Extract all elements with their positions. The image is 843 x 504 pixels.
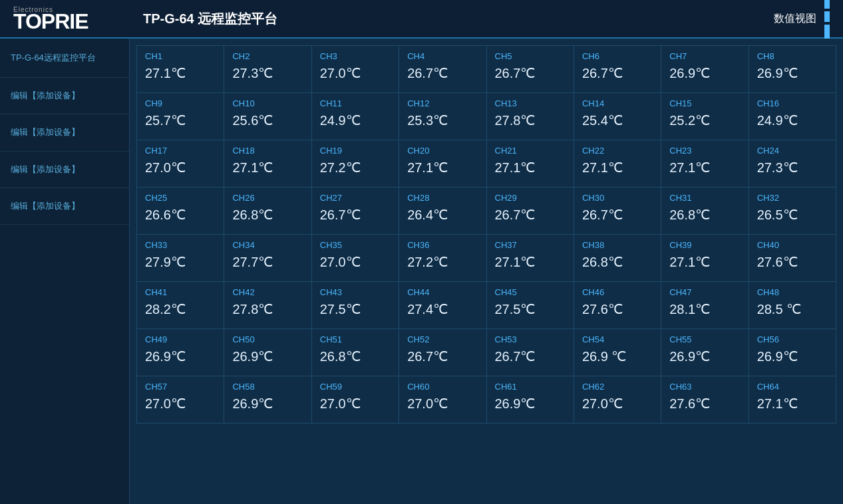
channel-cell-ch47[interactable]: CH47 28.1℃ xyxy=(661,282,749,329)
sidebar-item-main-device[interactable]: TP-G-64远程监控平台 xyxy=(0,39,129,78)
sidebar-item-add1[interactable]: 编辑【添加设备】 xyxy=(0,78,129,114)
channel-label: CH50 xyxy=(232,334,303,344)
channel-cell-ch18[interactable]: CH18 27.1℃ xyxy=(224,140,311,188)
channel-label: CH31 xyxy=(669,193,740,203)
channel-cell-ch13[interactable]: CH13 27.8℃ xyxy=(486,93,574,140)
header: Electronics TOPRIE TP-G-64 远程监控平台 数值视图 xyxy=(0,0,843,39)
channel-cell-ch19[interactable]: CH19 27.2℃ xyxy=(311,140,399,188)
channel-cell-ch23[interactable]: CH23 27.1℃ xyxy=(661,140,749,188)
channel-cell-ch40[interactable]: CH40 27.6℃ xyxy=(749,235,836,282)
channel-value: 26.7℃ xyxy=(495,348,566,364)
channel-cell-ch49[interactable]: CH49 26.9℃ xyxy=(137,329,224,376)
channel-label: CH14 xyxy=(582,98,653,108)
channel-value: 27.3℃ xyxy=(232,65,303,81)
channel-cell-ch37[interactable]: CH37 27.1℃ xyxy=(486,235,574,282)
channel-cell-ch44[interactable]: CH44 27.4℃ xyxy=(399,282,486,329)
channel-cell-ch56[interactable]: CH56 26.9℃ xyxy=(749,329,836,376)
channel-label: CH52 xyxy=(407,334,478,344)
channel-cell-ch50[interactable]: CH50 26.9℃ xyxy=(224,329,311,376)
channel-cell-ch25[interactable]: CH25 26.6℃ xyxy=(137,188,224,235)
sidebar-item-add4[interactable]: 编辑【添加设备】 xyxy=(0,188,129,225)
logo-area: Electronics TOPRIE xyxy=(13,6,143,32)
channel-cell-ch45[interactable]: CH45 27.5℃ xyxy=(486,282,574,329)
channel-cell-ch42[interactable]: CH42 27.8℃ xyxy=(224,282,311,329)
channel-label: CH32 xyxy=(757,193,828,203)
channel-cell-ch28[interactable]: CH28 26.4℃ xyxy=(399,188,486,235)
channel-cell-ch29[interactable]: CH29 26.7℃ xyxy=(486,188,574,235)
channel-cell-ch51[interactable]: CH51 26.8℃ xyxy=(311,329,399,376)
channel-cell-ch43[interactable]: CH43 27.5℃ xyxy=(311,282,399,329)
channel-label: CH43 xyxy=(320,287,391,297)
channel-cell-ch36[interactable]: CH36 27.2℃ xyxy=(399,235,486,282)
channel-cell-ch3[interactable]: CH3 27.0℃ xyxy=(311,46,399,93)
channel-cell-ch2[interactable]: CH2 27.3℃ xyxy=(224,46,311,93)
channel-cell-ch12[interactable]: CH12 25.3℃ xyxy=(399,93,486,140)
channel-cell-ch1[interactable]: CH1 27.1℃ xyxy=(137,46,224,93)
channel-label: CH22 xyxy=(582,146,653,156)
channel-value: 27.5℃ xyxy=(320,301,391,317)
channel-cell-ch58[interactable]: CH58 26.9℃ xyxy=(224,376,311,424)
bars-icon[interactable] xyxy=(824,0,830,43)
channel-value: 27.1℃ xyxy=(232,160,303,176)
channel-cell-ch8[interactable]: CH8 26.9℃ xyxy=(749,46,836,93)
channel-cell-ch62[interactable]: CH62 27.0℃ xyxy=(574,376,661,424)
channel-value: 27.6℃ xyxy=(582,301,653,317)
channel-cell-ch17[interactable]: CH17 27.0℃ xyxy=(137,140,224,188)
sidebar-item-add2[interactable]: 编辑【添加设备】 xyxy=(0,114,129,151)
channel-value: 27.7℃ xyxy=(232,254,303,270)
channel-cell-ch7[interactable]: CH7 26.9℃ xyxy=(661,46,749,93)
channel-cell-ch53[interactable]: CH53 26.7℃ xyxy=(486,329,574,376)
channel-cell-ch10[interactable]: CH10 25.6℃ xyxy=(224,93,311,140)
channel-cell-ch24[interactable]: CH24 27.3℃ xyxy=(749,140,836,188)
channel-cell-ch27[interactable]: CH27 26.7℃ xyxy=(311,188,399,235)
channel-value: 27.1℃ xyxy=(495,254,566,270)
channel-cell-ch55[interactable]: CH55 26.9℃ xyxy=(661,329,749,376)
channel-cell-ch16[interactable]: CH16 24.9℃ xyxy=(749,93,836,140)
channel-label: CH19 xyxy=(320,146,391,156)
channel-label: CH54 xyxy=(582,334,653,344)
channel-cell-ch41[interactable]: CH41 28.2℃ xyxy=(137,282,224,329)
channel-cell-ch46[interactable]: CH46 27.6℃ xyxy=(574,282,661,329)
channel-cell-ch60[interactable]: CH60 27.0℃ xyxy=(399,376,486,424)
channel-cell-ch26[interactable]: CH26 26.8℃ xyxy=(224,188,311,235)
channel-value: 26.8℃ xyxy=(669,207,740,223)
channel-label: CH7 xyxy=(669,51,740,61)
channel-cell-ch21[interactable]: CH21 27.1℃ xyxy=(486,140,574,188)
channel-cell-ch15[interactable]: CH15 25.2℃ xyxy=(661,93,749,140)
channel-cell-ch59[interactable]: CH59 27.0℃ xyxy=(311,376,399,424)
channel-value: 27.9℃ xyxy=(145,254,216,270)
channel-label: CH40 xyxy=(757,240,828,250)
channel-label: CH44 xyxy=(407,287,478,297)
channel-label: CH38 xyxy=(582,240,653,250)
sidebar-item-add3[interactable]: 编辑【添加设备】 xyxy=(0,152,129,188)
channel-cell-ch63[interactable]: CH63 27.6℃ xyxy=(661,376,749,424)
channel-cell-ch64[interactable]: CH64 27.1℃ xyxy=(749,376,836,424)
channel-cell-ch34[interactable]: CH34 27.7℃ xyxy=(224,235,311,282)
channel-cell-ch6[interactable]: CH6 26.7℃ xyxy=(574,46,661,93)
channel-cell-ch57[interactable]: CH57 27.0℃ xyxy=(137,376,224,424)
channel-label: CH2 xyxy=(232,51,303,61)
channel-label: CH18 xyxy=(232,146,303,156)
channel-cell-ch38[interactable]: CH38 26.8℃ xyxy=(574,235,661,282)
channel-value: 25.2℃ xyxy=(669,112,740,128)
channel-label: CH63 xyxy=(669,382,740,392)
channel-cell-ch52[interactable]: CH52 26.7℃ xyxy=(399,329,486,376)
channel-cell-ch31[interactable]: CH31 26.8℃ xyxy=(661,188,749,235)
channel-cell-ch35[interactable]: CH35 27.0℃ xyxy=(311,235,399,282)
header-right: 数值视图 xyxy=(774,0,830,43)
channel-cell-ch22[interactable]: CH22 27.1℃ xyxy=(574,140,661,188)
channel-cell-ch61[interactable]: CH61 26.9℃ xyxy=(486,376,574,424)
channel-cell-ch20[interactable]: CH20 27.1℃ xyxy=(399,140,486,188)
channel-cell-ch54[interactable]: CH54 26.9 ℃ xyxy=(574,329,661,376)
channel-cell-ch11[interactable]: CH11 24.9℃ xyxy=(311,93,399,140)
channel-cell-ch32[interactable]: CH32 26.5℃ xyxy=(749,188,836,235)
channel-cell-ch14[interactable]: CH14 25.4℃ xyxy=(574,93,661,140)
channel-cell-ch33[interactable]: CH33 27.9℃ xyxy=(137,235,224,282)
channel-cell-ch30[interactable]: CH30 26.7℃ xyxy=(574,188,661,235)
channel-cell-ch4[interactable]: CH4 26.7℃ xyxy=(399,46,486,93)
channel-cell-ch48[interactable]: CH48 28.5 ℃ xyxy=(749,282,836,329)
channel-cell-ch39[interactable]: CH39 27.1℃ xyxy=(661,235,749,282)
channel-cell-ch5[interactable]: CH5 26.7℃ xyxy=(486,46,574,93)
channel-cell-ch9[interactable]: CH9 25.7℃ xyxy=(137,93,224,140)
channel-value: 27.2℃ xyxy=(407,254,478,270)
